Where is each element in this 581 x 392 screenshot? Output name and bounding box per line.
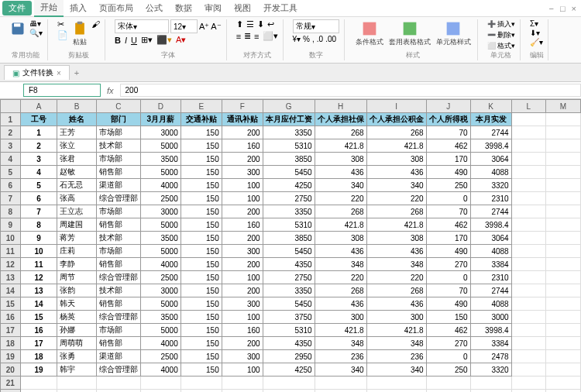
cell[interactable] bbox=[222, 390, 263, 393]
cell[interactable]: 3384 bbox=[470, 258, 511, 271]
cell[interactable]: 3320 bbox=[470, 363, 511, 377]
row-header[interactable]: 12 bbox=[1, 258, 21, 271]
tab-view[interactable]: 视图 bbox=[228, 0, 257, 16]
cell[interactable]: 348 bbox=[366, 258, 426, 271]
cell[interactable]: 7 bbox=[20, 205, 57, 218]
col-header[interactable]: C bbox=[96, 100, 140, 113]
cell[interactable]: 150 bbox=[180, 139, 222, 153]
align-center-icon[interactable]: ≣ bbox=[244, 31, 251, 41]
cell[interactable] bbox=[545, 390, 580, 393]
cell[interactable] bbox=[315, 390, 366, 393]
cell[interactable]: 技术部 bbox=[96, 139, 140, 153]
cell[interactable]: 160 bbox=[222, 324, 263, 337]
paste-button[interactable]: 粘贴 bbox=[70, 19, 89, 49]
cell[interactable]: 5000 bbox=[140, 166, 180, 179]
tab-close-icon[interactable]: × bbox=[57, 69, 61, 77]
cell[interactable]: 236 bbox=[315, 350, 366, 363]
cell[interactable]: 4 bbox=[20, 166, 57, 179]
cell[interactable]: 4088 bbox=[470, 245, 511, 258]
cell[interactable]: 16 bbox=[20, 324, 57, 337]
cell[interactable]: 150 bbox=[180, 337, 222, 350]
merge-icon[interactable]: ⬜▾ bbox=[263, 31, 278, 41]
cell[interactable]: 销售部 bbox=[96, 218, 140, 232]
cell[interactable]: 268 bbox=[315, 126, 366, 139]
col-header[interactable]: H bbox=[315, 100, 366, 113]
row-header[interactable]: 13 bbox=[1, 271, 21, 284]
col-header[interactable]: A bbox=[20, 100, 57, 113]
cell[interactable]: 160 bbox=[222, 139, 263, 153]
spreadsheet[interactable]: ABCDEFGHIJKLM1工号姓名部门3月月薪交通补贴通讯补贴本月应付工资个人… bbox=[0, 99, 581, 392]
tab-insert[interactable]: 插入 bbox=[64, 0, 93, 16]
cell[interactable]: 436 bbox=[366, 297, 426, 311]
cell[interactable]: 340 bbox=[315, 179, 366, 192]
cell[interactable]: 渠道部 bbox=[96, 179, 140, 192]
cond-format-button[interactable]: 条件格式 bbox=[354, 19, 385, 49]
cell[interactable]: 150 bbox=[180, 258, 222, 271]
cell[interactable]: 100 bbox=[222, 311, 263, 324]
cell[interactable]: 1 bbox=[20, 126, 57, 139]
cell[interactable]: 300 bbox=[366, 311, 426, 324]
data-header[interactable]: 工号 bbox=[20, 113, 57, 126]
cell[interactable] bbox=[20, 377, 57, 390]
cell[interactable]: 348 bbox=[315, 258, 366, 271]
col-header[interactable]: M bbox=[545, 100, 580, 113]
cell[interactable]: 王芳 bbox=[57, 126, 96, 139]
cell[interactable]: 4250 bbox=[263, 179, 315, 192]
cell[interactable]: 348 bbox=[366, 337, 426, 350]
cell[interactable]: 4350 bbox=[263, 258, 315, 271]
cell[interactable]: 17 bbox=[20, 337, 57, 350]
cell[interactable]: 3350 bbox=[263, 205, 315, 218]
cell[interactable]: 韩天 bbox=[57, 297, 96, 311]
cell[interactable]: 200 bbox=[222, 232, 263, 245]
cell[interactable]: 70 bbox=[426, 205, 470, 218]
cell[interactable] bbox=[426, 390, 470, 393]
cell[interactable]: 300 bbox=[222, 166, 263, 179]
cell[interactable]: 150 bbox=[180, 205, 222, 218]
cell[interactable]: 0 bbox=[426, 350, 470, 363]
tab-layout[interactable]: 页面布局 bbox=[93, 0, 139, 16]
cell[interactable]: 销售部 bbox=[96, 258, 140, 271]
delete-cell[interactable]: ➖ 删除▾ bbox=[487, 30, 516, 40]
cell[interactable]: 14 bbox=[20, 297, 57, 311]
cell[interactable]: 2750 bbox=[263, 192, 315, 205]
cell[interactable]: 19 bbox=[20, 363, 57, 377]
cell[interactable]: 张君 bbox=[57, 153, 96, 166]
row-header[interactable]: 8 bbox=[1, 205, 21, 218]
align-top-icon[interactable]: ⬆ bbox=[236, 19, 243, 29]
cell[interactable]: 15 bbox=[20, 311, 57, 324]
cell[interactable]: 市场部 bbox=[96, 153, 140, 166]
row-header[interactable]: 1 bbox=[1, 113, 21, 126]
cell[interactable]: 150 bbox=[180, 311, 222, 324]
cell[interactable]: 周节 bbox=[57, 271, 96, 284]
cell[interactable]: 10 bbox=[20, 245, 57, 258]
cell[interactable]: 张勇 bbox=[57, 350, 96, 363]
col-header[interactable]: F bbox=[222, 100, 263, 113]
cell[interactable]: 18 bbox=[20, 350, 57, 363]
cell[interactable]: 421.8 bbox=[366, 324, 426, 337]
cell[interactable]: 5000 bbox=[140, 139, 180, 153]
cell[interactable]: 3500 bbox=[140, 153, 180, 166]
cell[interactable]: 170 bbox=[426, 153, 470, 166]
cell[interactable]: 436 bbox=[315, 297, 366, 311]
cell[interactable]: 421.8 bbox=[315, 139, 366, 153]
italic-button[interactable]: I bbox=[125, 36, 127, 45]
cell[interactable] bbox=[263, 390, 315, 393]
cell[interactable]: 5310 bbox=[263, 139, 315, 153]
cell[interactable]: 5000 bbox=[140, 245, 180, 258]
cell[interactable] bbox=[263, 377, 315, 390]
row-header[interactable]: 21 bbox=[1, 377, 21, 390]
cell[interactable] bbox=[180, 377, 222, 390]
currency-icon[interactable]: ¥▾ bbox=[293, 35, 301, 43]
cell[interactable]: 300 bbox=[222, 297, 263, 311]
percent-icon[interactable]: % bbox=[303, 35, 310, 43]
sum-icon[interactable]: Σ▾ bbox=[530, 19, 543, 28]
align-left-icon[interactable]: ≡ bbox=[236, 32, 241, 41]
cell[interactable]: 250 bbox=[426, 363, 470, 377]
cell[interactable]: 2478 bbox=[470, 350, 511, 363]
cell[interactable]: 2744 bbox=[470, 205, 511, 218]
fill-icon[interactable]: ⬇▾ bbox=[530, 29, 543, 37]
cell[interactable]: 436 bbox=[315, 166, 366, 179]
cell[interactable]: 220 bbox=[315, 271, 366, 284]
data-header[interactable]: 个人承担公积金 bbox=[366, 113, 426, 126]
cell[interactable]: 150 bbox=[426, 311, 470, 324]
